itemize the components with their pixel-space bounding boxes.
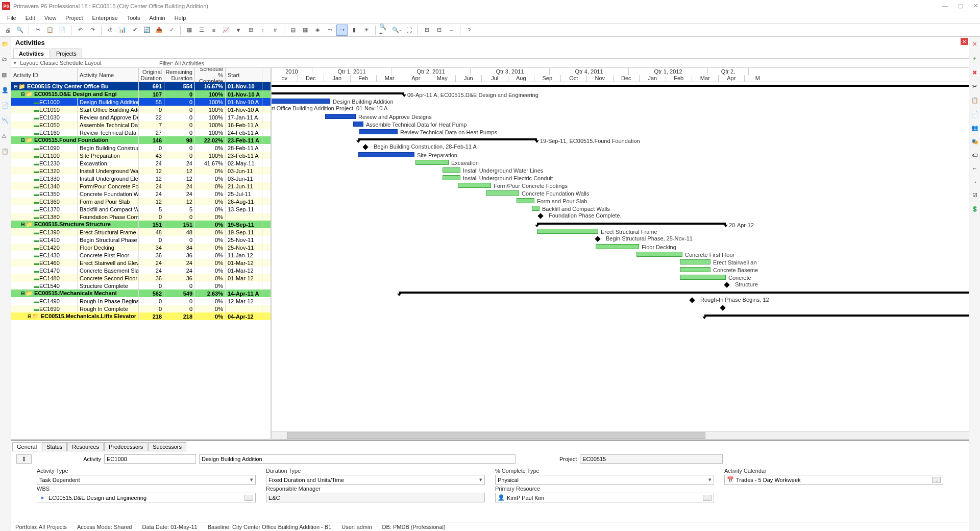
dock-roles-icon[interactable]: 🎭 (971, 138, 978, 145)
menu-project[interactable]: Project (61, 14, 87, 22)
rows-icon[interactable]: ☰ (196, 25, 207, 36)
preview-icon[interactable]: 🔍 (14, 25, 26, 36)
table-row[interactable]: ▬ EC1410Begin Structural Phase000%25-Nov… (11, 236, 271, 244)
table-row[interactable]: ▬ EC1010Start Office Building Addition00… (11, 106, 271, 113)
col-header[interactable]: Activity ID (11, 68, 78, 82)
dock-cut-icon[interactable]: ✂ (972, 83, 977, 90)
collapse-icon[interactable]: ⊟ (433, 25, 445, 36)
col-header[interactable]: Start (226, 68, 262, 82)
table-row[interactable]: ▬ EC1050Assemble Technical Data for70100… (11, 121, 271, 129)
table-row[interactable]: ▬ EC1470Concrete Basement Slab24240%01-M… (11, 267, 271, 274)
progress-icon[interactable]: ▮ (349, 25, 360, 36)
expand-icon[interactable]: ⊞ (421, 25, 432, 36)
refresh-icon[interactable]: 🔄 (141, 25, 153, 36)
menu-help[interactable]: Help (170, 14, 190, 22)
dock-reports-icon[interactable]: 📄 (2, 102, 10, 110)
detail-tab-predecessors[interactable]: Predecessors (104, 442, 148, 451)
dock-copy-icon[interactable]: 📋 (971, 97, 978, 104)
dock-tracking-icon[interactable]: 📉 (2, 117, 10, 126)
hash-icon[interactable]: # (270, 25, 281, 36)
print-icon[interactable]: 🖨 (2, 25, 13, 36)
table-row[interactable]: ▬ EC1370Backfill and Compact Walls550%13… (11, 205, 271, 213)
activity-name-input[interactable] (199, 454, 516, 464)
maximize-button[interactable]: ▢ (958, 3, 963, 9)
paste-icon[interactable]: 📄 (57, 25, 68, 36)
dock-preds-icon[interactable]: ← (972, 165, 977, 172)
dock-wbs-icon[interactable]: 🗂 (2, 56, 10, 64)
minimize-button[interactable]: — (942, 3, 948, 9)
table-row[interactable]: ⊟📁 EC00515.Mechanicals.Lifts Elevator218… (11, 312, 271, 320)
table-row[interactable]: ⊟📁 EC00515.Structure Structure1511510%19… (11, 221, 271, 228)
table-row[interactable]: ▬ EC1100Site Preparation430100%23-Feb-11… (11, 152, 271, 159)
table-row[interactable]: ⊟📁 EC00515.D&E Design and Engi1070100%01… (11, 90, 271, 98)
goto-icon[interactable]: → (446, 25, 457, 36)
filter-icon[interactable]: ▼ (233, 25, 244, 36)
gantt-icon[interactable]: 📈 (220, 25, 232, 36)
tab-projects[interactable]: Projects (51, 49, 82, 58)
bars-icon[interactable]: ≡ (208, 25, 219, 36)
copy-icon[interactable]: 📋 (44, 25, 56, 36)
menu-admin[interactable]: Admin (145, 14, 169, 22)
table-row[interactable]: ▬ EC1230Excavation242441.67%02-May-11 (11, 159, 271, 167)
network-icon[interactable]: ◈ (312, 25, 323, 36)
dock-add-icon[interactable]: ＋ (972, 55, 977, 62)
table-row[interactable]: ▬ EC1490Rough-In Phase Begins000%12-Mar-… (11, 297, 271, 305)
table-row[interactable]: ▬ EC1030Review and Approve Design220100%… (11, 113, 271, 121)
dock-risks-icon[interactable]: ⚠ (2, 133, 10, 141)
detail-tab-general[interactable]: General (12, 442, 41, 451)
col-header[interactable]: Schedule % Complete (195, 68, 226, 82)
dock-steps-icon[interactable]: ☑ (972, 192, 977, 199)
col-header[interactable]: Remaining Duration (164, 68, 195, 82)
menu-enterprise[interactable]: Enterprise (88, 14, 122, 22)
relationships-icon[interactable]: ⇢ (336, 25, 348, 36)
table-row[interactable]: ▬ EC1430Concrete First Floor36360%11-Jan… (11, 251, 271, 259)
detail-tab-resources[interactable]: Resources (67, 442, 104, 451)
menu-file[interactable]: File (3, 14, 20, 22)
dock-activities-icon[interactable]: ▦ (2, 71, 10, 80)
table-row[interactable]: ▬ EC1420Floor Decking34340%25-Nov-11 (11, 244, 271, 251)
section-close-icon[interactable]: ✕ (961, 38, 968, 45)
table-row[interactable]: ▬ EC1160Review Technical Data on H270100… (11, 129, 271, 136)
filter-label[interactable]: Filter: All Activities (159, 60, 967, 66)
table-row[interactable]: ▬ EC1480Concrete Second Floor36360%01-Ma… (11, 274, 271, 282)
table-row[interactable]: ▬ EC1540Structure Complete000% (11, 282, 271, 289)
dock-succs-icon[interactable]: → (972, 179, 977, 185)
dock-resources-icon[interactable]: 👥 (971, 125, 978, 131)
dock-close-icon[interactable]: ✕ (972, 41, 977, 47)
activity-type-select[interactable]: Task Dependent (37, 475, 256, 485)
gantt-view-icon[interactable]: ▦ (300, 25, 311, 36)
undo-icon[interactable]: ↶ (75, 25, 86, 36)
dock-projects-icon[interactable]: 📁 (2, 41, 10, 49)
tab-activities[interactable]: Activities (13, 49, 50, 58)
col-header[interactable]: Original Duration (139, 68, 164, 82)
zoom-in-icon[interactable]: 🔍+ (379, 25, 390, 36)
table-row[interactable]: ▬ EC1350Concrete Foundation Walls24240%2… (11, 190, 271, 198)
table-row[interactable]: ▬ EC1340Form/Pour Concrete Footings24240… (11, 182, 271, 190)
dock-resources-icon[interactable]: 👤 (2, 87, 10, 95)
table-row[interactable]: ▬ EC1390Erect Structural Frame48480%19-S… (11, 228, 271, 236)
resource-input[interactable]: 👤KimP Paul Kim (495, 493, 714, 502)
table-icon[interactable]: ▤ (287, 25, 299, 36)
table-row[interactable]: ⊟📁 EC00515.Mechanicals Mechani5625492.63… (11, 289, 271, 297)
dock-expenses-icon[interactable]: 💲 (971, 206, 978, 212)
publish-icon[interactable]: 📤 (154, 25, 165, 36)
pct-type-select[interactable]: Physical (495, 475, 714, 485)
table-row[interactable]: ▬ EC1090Begin Building Construction000%2… (11, 144, 271, 152)
spotlight-icon[interactable]: ☀ (361, 25, 372, 36)
calendar-input[interactable]: 📅Trades - 5 Day Workweek (724, 475, 943, 485)
table-row[interactable]: ▬ EC1330Install Underground Electric C12… (11, 175, 271, 182)
zoom-fit-icon[interactable]: ⛶ (403, 25, 414, 36)
help-icon[interactable]: ? (463, 25, 475, 36)
table-row[interactable]: ▬ EC1000Design Building Addition550100%0… (11, 98, 271, 106)
spellcheck-icon[interactable]: ✓ (166, 25, 177, 36)
table-row[interactable]: ▬ EC1380Foundation Phase Complete000% (11, 213, 271, 221)
table-row[interactable]: ⊟📁 EC00515 City Center Office Bu69155416… (11, 82, 271, 90)
menu-edit[interactable]: Edit (21, 14, 39, 22)
zoom-out-icon[interactable]: 🔍- (391, 25, 402, 36)
group-icon[interactable]: ⊞ (245, 25, 256, 36)
detail-spinner[interactable]: ▴▾ (16, 454, 32, 464)
close-button[interactable]: ✕ (973, 3, 978, 9)
activity-id-input[interactable] (104, 454, 196, 464)
detail-tab-status[interactable]: Status (42, 442, 67, 451)
sort-icon[interactable]: ↕ (257, 25, 268, 36)
